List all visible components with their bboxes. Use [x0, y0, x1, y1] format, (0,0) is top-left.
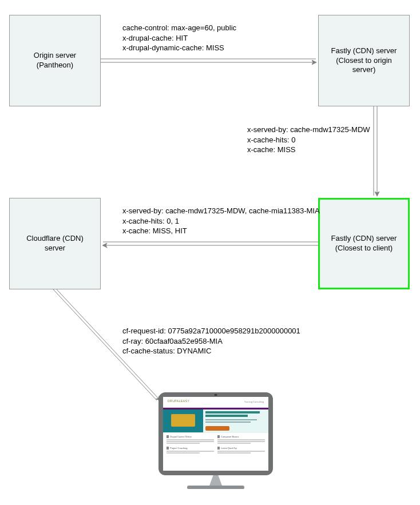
site-columns-row2: Project Coaching Latest QuickTip	[163, 447, 268, 456]
cloudflare-node: Cloudflare (CDN) server	[9, 198, 101, 289]
fastly-client-node: Fastly (CDN) server (Closest to client)	[318, 198, 410, 289]
col-3-title: Project Coaching	[167, 447, 214, 450]
col-2-title: Composer Basics	[217, 435, 265, 438]
col-4: Latest QuickTip	[217, 447, 265, 454]
hero-text	[203, 409, 268, 432]
monitor-camera-icon	[215, 394, 217, 396]
site-hero	[163, 409, 268, 433]
monitor-screen: DRUPALEASY Training Consulting Drupal Ca…	[163, 397, 268, 471]
site-brand: DRUPALEASY	[168, 399, 189, 403]
hdr-x-cache-2: x-cache: MISS, HIT	[122, 226, 187, 235]
hdr-x-served-by-2: x-served-by: cache-mdw17325-MDW, cache-m…	[122, 206, 320, 215]
fastly-origin-sub1: (Closest to origin	[336, 56, 392, 65]
monitor-stand-neck	[209, 475, 222, 486]
hdr-x-drupal-cache: x-drupal-cache: HIT	[122, 34, 188, 42]
monitor-stand-base	[187, 486, 244, 489]
hdr-cf-ray: cf-ray: 60cfaaf0aa52e958-MIA	[122, 337, 223, 345]
monitor-frame: DRUPALEASY Training Consulting Drupal Ca…	[159, 392, 273, 475]
edge-fastly-down-label: x-served-by: cache-mdw17325-MDW x-cache-…	[247, 125, 370, 155]
fastly-origin-node: Fastly (CDN) server (Closest to origin s…	[318, 15, 410, 106]
origin-server-title: Origin server	[34, 51, 76, 59]
hdr-cf-cache-status: cf-cache-status: DYNAMIC	[122, 347, 211, 355]
origin-server-node: Origin server (Pantheon)	[9, 15, 101, 106]
col-2: Composer Basics	[217, 435, 265, 444]
cloudflare-title: Cloudflare (CDN)	[26, 234, 84, 242]
edge-origin-to-fastly-label: cache-control: max-age=60, public x-drup…	[122, 23, 236, 53]
hdr-cache-control: cache-control: max-age=60, public	[122, 23, 236, 32]
col-1-title: Drupal Career Online	[167, 435, 214, 438]
col-3: Project Coaching	[167, 447, 214, 454]
col-1: Drupal Career Online	[167, 435, 214, 444]
site-topbar: DRUPALEASY Training Consulting	[163, 397, 268, 408]
hero-cta-button	[205, 426, 229, 431]
origin-server-sub: (Pantheon)	[37, 61, 73, 69]
cloudflare-sub: server	[45, 244, 65, 252]
site-nav: Training Consulting	[244, 400, 264, 403]
fastly-client-title: Fastly (CDN) server	[331, 234, 397, 242]
edge-fastly-to-cf-label: x-served-by: cache-mdw17325-MDW, cache-m…	[122, 206, 320, 236]
fastly-origin-title: Fastly (CDN) server	[331, 46, 397, 55]
hdr-x-served-by-1: x-served-by: cache-mdw17325-MDW	[247, 125, 370, 134]
hero-graphic	[163, 409, 203, 432]
hdr-x-cache-hits-1: x-cache-hits: 0	[247, 136, 296, 144]
col-4-title: Latest QuickTip	[217, 447, 265, 450]
hdr-x-drupal-dynamic-cache: x-drupal-dynamic-cache: MISS	[122, 43, 224, 52]
fastly-client-sub: (Closest to client)	[335, 244, 393, 252]
hdr-x-cache-1: x-cache: MISS	[247, 145, 296, 154]
edge-cf-to-client-label: cf-request-id: 0775a92a710000e958291b200…	[122, 326, 300, 356]
hdr-cf-request-id: cf-request-id: 0775a92a710000e958291b200…	[122, 327, 300, 335]
fastly-origin-sub2: server)	[352, 65, 375, 74]
site-columns-row1: Drupal Career Online Composer Basics	[163, 433, 268, 447]
hdr-x-cache-hits-2: x-cache-hits: 0, 1	[122, 217, 179, 225]
client-monitor: DRUPALEASY Training Consulting Drupal Ca…	[159, 392, 273, 489]
